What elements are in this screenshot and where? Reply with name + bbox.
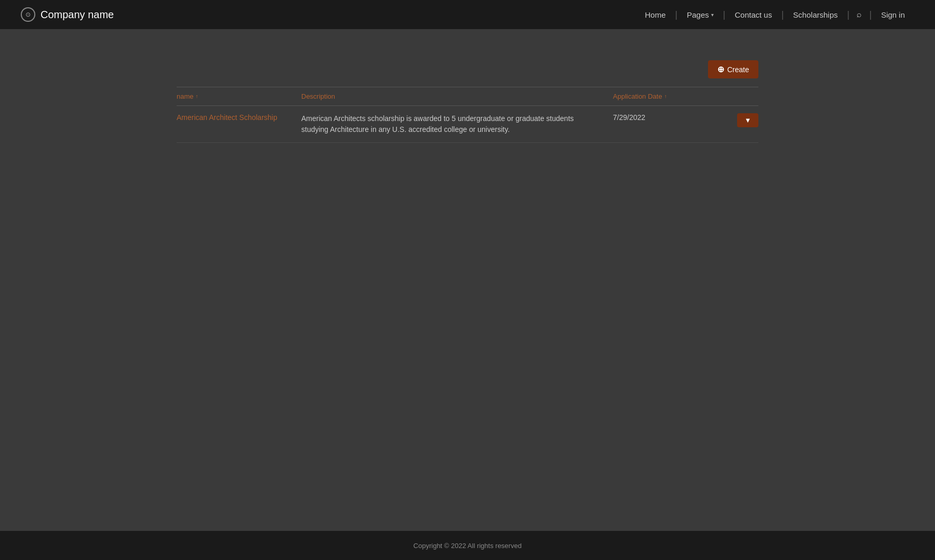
search-icon: ⌕ [857, 10, 862, 19]
main-content: ⊕ Create name ↑ Description Application … [0, 29, 935, 531]
create-plus-icon: ⊕ [717, 64, 724, 74]
sort-icon-name[interactable]: ↑ [196, 94, 198, 99]
nav-item-signin: Sign in [872, 10, 914, 19]
action-bar: ⊕ Create [177, 39, 758, 87]
nav-link-home[interactable]: Home [636, 10, 675, 19]
sort-icon-date[interactable]: ↑ [664, 94, 667, 99]
brand: ⊙ Company name [21, 7, 114, 22]
cell-scholarship-date: 7/29/2022 [613, 113, 717, 122]
nav-item-scholarships: Scholarships [784, 10, 847, 19]
cell-action: ▼ [717, 113, 758, 127]
brand-icon: ⊙ [21, 7, 35, 22]
nav-link-signin[interactable]: Sign in [872, 10, 914, 19]
nav-item-home: Home [636, 10, 675, 19]
cell-scholarship-name[interactable]: American Architect Scholarship [177, 113, 301, 122]
navbar: ⊙ Company name Home | Pages ▾ | Contact … [0, 0, 935, 29]
search-button[interactable]: ⌕ [849, 10, 869, 19]
nav-link-contact[interactable]: Contact us [725, 10, 781, 19]
nav-links: Home | Pages ▾ | Contact us | Scholarshi… [636, 10, 914, 19]
cell-scholarship-description: American Architects scholarship is award… [301, 113, 613, 135]
content-wrapper: ⊕ Create name ↑ Description Application … [166, 39, 769, 143]
nav-link-scholarships[interactable]: Scholarships [784, 10, 847, 19]
table-row: American Architect Scholarship American … [177, 106, 758, 143]
nav-item-contact: Contact us [725, 10, 781, 19]
col-header-name: name ↑ [177, 92, 301, 100]
col-header-actions [717, 92, 758, 100]
copyright-text: Copyright © 2022 All rights reserved [413, 542, 522, 550]
nav-item-search: ⌕ [849, 10, 869, 19]
col-header-description: Description [301, 92, 613, 100]
create-button[interactable]: ⊕ Create [708, 60, 758, 78]
create-label: Create [727, 65, 749, 74]
row-action-dropdown-button[interactable]: ▼ [737, 113, 758, 127]
scholarships-table: name ↑ Description Application Date ↑ Am… [177, 87, 758, 143]
nav-item-pages: Pages ▾ [677, 10, 723, 19]
nav-link-pages[interactable]: Pages ▾ [677, 10, 723, 19]
col-header-date: Application Date ↑ [613, 92, 717, 100]
dropdown-chevron-icon: ▼ [744, 116, 751, 124]
pages-dropdown-arrow: ▾ [711, 12, 714, 18]
brand-name: Company name [41, 9, 114, 21]
table-header: name ↑ Description Application Date ↑ [177, 87, 758, 106]
footer: Copyright © 2022 All rights reserved [0, 531, 935, 560]
